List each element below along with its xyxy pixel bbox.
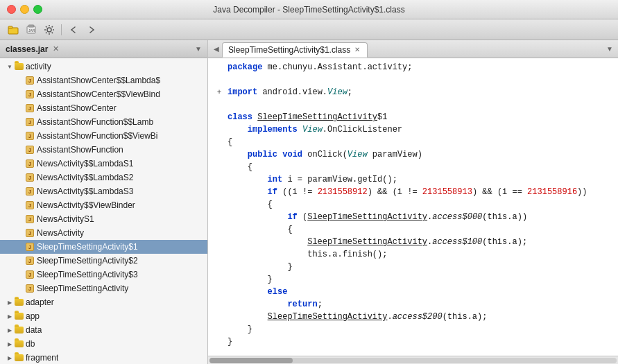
code-line-6: { [208, 136, 618, 148]
tree-label-AssistantShowCenter$$ViewBind: AssistantShowCenter$$ViewBind [37, 89, 160, 99]
tree-icon-class: J [25, 284, 35, 293]
tree-label-NewsActivityS1: NewsActivityS1 [37, 214, 94, 224]
tree-arrow-db[interactable]: ▶ [6, 340, 14, 348]
code-line-4: class SleepTimeSettingActivity$1 [208, 111, 618, 123]
minimize-button[interactable] [20, 5, 29, 14]
tree-item-adapter[interactable]: ▶adapter [0, 295, 207, 309]
code-line-8: { [208, 161, 618, 173]
tree-icon-class: J [25, 200, 35, 210]
tree-item-SleepTimeSettingActivity$1[interactable]: ▶JSleepTimeSettingActivity$1 [0, 240, 207, 254]
file-tree[interactable]: ▼activity▶JAssistantShowCenter$$Lambda$▶… [0, 58, 207, 364]
code-text-4: class SleepTimeSettingActivity$1 [228, 111, 612, 123]
tree-label-app: app [26, 311, 40, 321]
window-title: Java Decompiler - SleepTimeSettingActivi… [213, 5, 404, 15]
forward-button[interactable] [84, 22, 99, 37]
code-text-22: } [228, 336, 612, 348]
tree-item-NewsActivity[interactable]: ▶JNewsActivity [0, 226, 207, 240]
tree-label-fragment: fragment [26, 353, 58, 363]
tree-icon-class: J [25, 89, 35, 99]
tree-label-NewsActivity$$LambdaS2: NewsActivity$$LambdaS2 [37, 173, 133, 182]
back-button[interactable] [66, 22, 81, 37]
tree-icon-class: J [25, 76, 35, 85]
tree-item-NewsActivity$$ViewBinder[interactable]: ▶JNewsActivity$$ViewBinder [0, 198, 207, 212]
tree-item-SleepTimeSettingActivity$2[interactable]: ▶JSleepTimeSettingActivity$2 [0, 254, 207, 268]
tree-item-NewsActivity$$LambdaS2[interactable]: ▶JNewsActivity$$LambdaS2 [0, 171, 207, 184]
scrollbar-thumb[interactable] [209, 358, 293, 363]
open-button[interactable] [6, 22, 21, 37]
code-text-7: public void onClick(View paramView) [228, 148, 612, 161]
tab-overflow-button[interactable]: ▼ [604, 42, 615, 56]
close-button[interactable] [7, 5, 16, 14]
tree-label-AssistantShowCenter$$Lambda$: AssistantShowCenter$$Lambda$ [37, 76, 160, 85]
tree-item-AssistantShowFunction[interactable]: ▶JAssistantShowFunction [0, 143, 207, 157]
tree-label-AssistantShowFunction: AssistantShowFunction [37, 145, 123, 155]
maximize-button[interactable] [33, 5, 42, 14]
horizontal-scrollbar[interactable] [208, 356, 618, 364]
tree-item-AssistantShowCenter$$Lambda$[interactable]: ▶JAssistantShowCenter$$Lambda$ [0, 73, 207, 87]
tree-icon-class: J [25, 159, 35, 168]
code-line-9: int i = paramView.getId(); [208, 173, 618, 186]
code-text-19: return; [228, 298, 612, 311]
toolbar-separator [61, 24, 62, 35]
tree-label-SleepTimeSettingActivity: SleepTimeSettingActivity [37, 284, 128, 293]
code-text-12: if (SleepTimeSettingActivity.access$000(… [228, 211, 612, 223]
tree-icon-class: J [25, 145, 35, 155]
code-line-12: if (SleepTimeSettingActivity.access$000(… [208, 211, 618, 223]
tree-item-NewsActivityS1[interactable]: ▶JNewsActivityS1 [0, 212, 207, 226]
tree-item-SleepTimeSettingActivity[interactable]: ▶JSleepTimeSettingActivity [0, 281, 207, 295]
tree-label-NewsActivity$$LambdaS1: NewsActivity$$LambdaS1 [37, 159, 133, 168]
tree-label-SleepTimeSettingActivity$3: SleepTimeSettingActivity$3 [37, 270, 138, 279]
tab-label: SleepTimeSettingActivity$1.class [228, 45, 350, 55]
panel-dropdown-button[interactable]: ▼ [195, 45, 202, 53]
tree-arrow-app[interactable]: ▶ [6, 312, 14, 320]
tree-item-app[interactable]: ▶app [0, 309, 207, 323]
open-jar-button[interactable]: JAR [24, 22, 39, 37]
tree-arrow-adapter[interactable]: ▶ [6, 298, 14, 306]
code-text-5: implements View.OnClickListener [228, 123, 612, 136]
tree-item-AssistantShowFunction$$ViewBi[interactable]: ▶JAssistantShowFunction$$ViewBi [0, 129, 207, 143]
tree-item-SleepTimeSettingActivity$3[interactable]: ▶JSleepTimeSettingActivity$3 [0, 268, 207, 281]
code-text-17: } [228, 273, 612, 286]
tree-icon-class: J [25, 256, 35, 266]
tree-item-AssistantShowCenter[interactable]: ▶JAssistantShowCenter [0, 101, 207, 115]
left-panel-header: classes.jar ✕ ▼ [0, 40, 207, 58]
tree-item-data[interactable]: ▶data [0, 323, 207, 337]
scrollbar-track[interactable] [209, 358, 617, 363]
tree-arrow-data[interactable]: ▶ [6, 326, 14, 334]
tree-icon-class: J [25, 103, 35, 113]
jar-icon: JAR [26, 24, 37, 35]
tab-close-button[interactable]: ✕ [353, 46, 361, 54]
tree-arrow-activity[interactable]: ▼ [6, 62, 14, 71]
tree-icon-package [14, 62, 24, 71]
tree-item-activity[interactable]: ▼activity [0, 60, 207, 73]
tree-item-NewsActivity$$LambdaS3[interactable]: ▶JNewsActivity$$LambdaS3 [0, 184, 207, 198]
code-line-0: package me.chunyu.Assistant.activity; [208, 61, 618, 73]
code-text-3 [228, 98, 612, 111]
forward-icon [86, 24, 97, 35]
code-line-3 [208, 98, 618, 111]
code-line-15: this.a.finish(); [208, 248, 618, 261]
active-tab[interactable]: SleepTimeSettingActivity$1.class ✕ [222, 42, 368, 58]
preferences-button[interactable] [42, 22, 57, 37]
tree-item-AssistantShowCenter$$ViewBind[interactable]: ▶JAssistantShowCenter$$ViewBind [0, 87, 207, 101]
tab-scroll-left[interactable]: ◀ [211, 42, 222, 56]
tree-item-fragment[interactable]: ▶fragment [0, 351, 207, 364]
code-gutter-2: + [214, 86, 225, 98]
left-panel: classes.jar ✕ ▼ ▼activity▶JAssistantShow… [0, 40, 208, 364]
tree-label-adapter: adapter [26, 297, 54, 307]
tree-icon-class: J [25, 228, 35, 238]
tree-item-AssistantShowFunction$$Lamb[interactable]: ▶JAssistantShowFunction$$Lamb [0, 115, 207, 129]
code-text-8: { [228, 161, 612, 173]
code-editor[interactable]: package me.chunyu.Assistant.activity; +i… [208, 58, 618, 356]
tree-icon-class: J [25, 117, 35, 127]
tree-item-db[interactable]: ▶db [0, 337, 207, 351]
window-controls[interactable] [7, 5, 42, 14]
tree-item-NewsActivity$$LambdaS1[interactable]: ▶JNewsActivity$$LambdaS1 [0, 157, 207, 171]
svg-text:JAR: JAR [28, 28, 35, 33]
code-text-21: } [228, 323, 612, 336]
svg-point-5 [47, 28, 51, 32]
tree-label-NewsActivity$$ViewBinder: NewsActivity$$ViewBinder [37, 200, 135, 210]
tree-icon-class: J [25, 187, 35, 196]
close-jar-button[interactable]: ✕ [51, 44, 60, 54]
tree-arrow-fragment[interactable]: ▶ [6, 354, 14, 362]
